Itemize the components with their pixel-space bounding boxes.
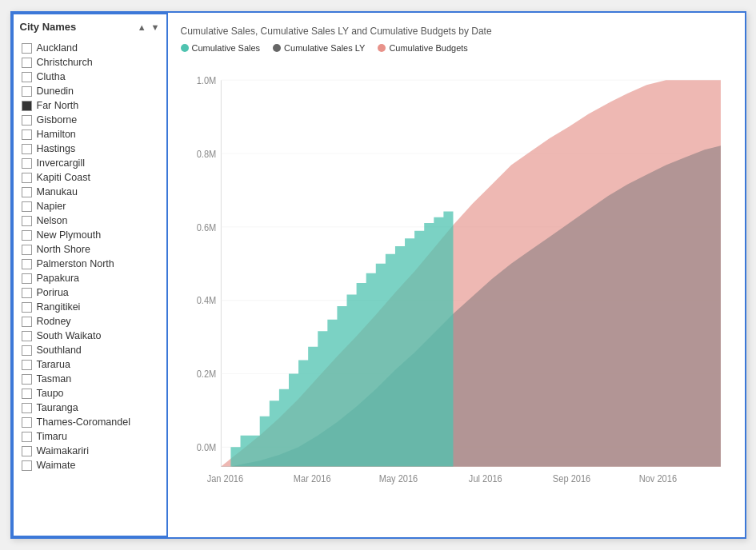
city-item[interactable]: Napier <box>20 199 162 213</box>
city-filter-panel: City Names ▲ ▼ AucklandChristchurchCluth… <box>12 13 168 537</box>
legend-item: Cumulative Sales <box>181 43 261 53</box>
city-item[interactable]: Far North <box>20 98 162 113</box>
city-label: Southland <box>37 345 82 356</box>
city-label: Auckland <box>37 42 78 54</box>
city-item[interactable]: Thames-Coromandel <box>20 415 162 429</box>
city-item[interactable]: Tasman <box>20 372 162 386</box>
city-label: Far North <box>37 100 79 111</box>
city-checkbox[interactable] <box>22 374 32 385</box>
city-checkbox[interactable] <box>22 158 32 169</box>
svg-marker-16 <box>221 212 453 467</box>
sort-desc-icon[interactable]: ▼ <box>150 22 162 32</box>
city-item[interactable]: Porirua <box>20 285 162 300</box>
main-container: City Names ▲ ▼ AucklandChristchurchCluth… <box>10 11 746 539</box>
sort-controls: ▲ ▼ <box>136 22 162 32</box>
city-checkbox[interactable] <box>22 173 32 183</box>
city-item[interactable]: Rodney <box>20 314 162 329</box>
city-checkbox[interactable] <box>22 130 32 140</box>
city-label: Tararua <box>37 359 70 370</box>
svg-text:Nov 2016: Nov 2016 <box>638 472 677 484</box>
city-item[interactable]: Nelson <box>20 213 162 228</box>
city-item[interactable]: Gisborne <box>20 113 162 127</box>
city-checkbox[interactable] <box>22 389 32 399</box>
city-label: Waimate <box>37 460 76 471</box>
city-checkbox[interactable] <box>22 288 32 298</box>
city-label: Hamilton <box>37 129 76 140</box>
city-item[interactable]: Tararua <box>20 357 162 372</box>
legend-item: Cumulative Sales LY <box>273 43 365 53</box>
svg-text:0.8M: 0.8M <box>196 148 216 160</box>
city-item[interactable]: South Waikato <box>20 329 162 343</box>
chart-panel: Cumulative Sales, Cumulative Sales LY an… <box>168 13 745 537</box>
city-item[interactable]: New Plymouth <box>20 228 162 242</box>
city-checkbox[interactable] <box>22 187 32 197</box>
city-label: Invercargill <box>37 157 85 169</box>
city-item[interactable]: Timaru <box>20 429 162 444</box>
city-item[interactable]: Hastings <box>20 141 162 156</box>
svg-text:May 2016: May 2016 <box>378 472 418 484</box>
city-checkbox[interactable] <box>22 101 32 111</box>
city-checkbox[interactable] <box>22 302 32 313</box>
legend-label: Cumulative Sales LY <box>284 43 365 53</box>
city-checkbox[interactable] <box>22 201 32 212</box>
city-item[interactable]: Manukau <box>20 185 162 199</box>
city-label: Tauranga <box>37 402 78 413</box>
city-checkbox[interactable] <box>22 43 32 54</box>
city-label: Hastings <box>37 143 76 154</box>
city-label: South Waikato <box>37 330 102 341</box>
city-checkbox[interactable] <box>22 417 32 428</box>
city-label: Taupo <box>37 388 64 399</box>
city-item[interactable]: Invercargill <box>20 156 162 170</box>
city-checkbox[interactable] <box>22 230 32 241</box>
city-item[interactable]: Waimate <box>20 458 162 472</box>
city-item[interactable]: Rangitikei <box>20 300 162 314</box>
city-checkbox[interactable] <box>22 360 32 370</box>
city-checkbox[interactable] <box>22 144 32 154</box>
city-checkbox[interactable] <box>22 58 32 68</box>
city-checkbox[interactable] <box>22 273 32 284</box>
city-checkbox[interactable] <box>22 446 32 456</box>
city-item[interactable]: Christchurch <box>20 55 162 70</box>
city-checkbox[interactable] <box>22 86 32 97</box>
city-item[interactable]: Taupo <box>20 386 162 401</box>
svg-text:Sep 2016: Sep 2016 <box>552 472 590 484</box>
city-checkbox[interactable] <box>22 259 32 269</box>
city-label: North Shore <box>37 244 90 255</box>
city-checkbox[interactable] <box>22 72 32 82</box>
city-list: AucklandChristchurchCluthaDunedinFar Nor… <box>20 41 162 529</box>
city-item[interactable]: Auckland <box>20 41 162 55</box>
city-item[interactable]: Kapiti Coast <box>20 170 162 185</box>
city-checkbox[interactable] <box>22 245 32 255</box>
city-item[interactable]: Hamilton <box>20 127 162 141</box>
city-checkbox[interactable] <box>22 331 32 341</box>
svg-text:Mar 2016: Mar 2016 <box>293 472 330 484</box>
svg-text:0.0M: 0.0M <box>196 441 216 453</box>
city-checkbox[interactable] <box>22 345 32 356</box>
city-item[interactable]: Tauranga <box>20 401 162 415</box>
city-label: Rangitikei <box>37 301 81 313</box>
sort-asc-icon[interactable]: ▲ <box>136 22 148 32</box>
city-checkbox[interactable] <box>22 115 32 126</box>
city-item[interactable]: Waimakariri <box>20 444 162 458</box>
svg-text:Jul 2016: Jul 2016 <box>468 472 502 484</box>
city-item[interactable]: Clutha <box>20 70 162 84</box>
city-label: Kapiti Coast <box>37 172 90 183</box>
city-label: New Plymouth <box>37 229 102 241</box>
city-checkbox[interactable] <box>22 216 32 226</box>
city-checkbox[interactable] <box>22 460 32 471</box>
city-item[interactable]: Dunedin <box>20 84 162 98</box>
svg-text:0.2M: 0.2M <box>196 368 216 380</box>
city-label: Manukau <box>37 186 78 197</box>
city-label: Dunedin <box>37 86 74 97</box>
city-checkbox[interactable] <box>22 317 32 327</box>
city-item[interactable]: Papakura <box>20 271 162 285</box>
city-label: Christchurch <box>37 57 93 68</box>
city-item[interactable]: North Shore <box>20 242 162 257</box>
svg-text:Jan 2016: Jan 2016 <box>206 472 243 484</box>
city-checkbox[interactable] <box>22 432 32 442</box>
city-checkbox[interactable] <box>22 403 32 413</box>
city-label: Papakura <box>37 273 80 284</box>
svg-text:0.6M: 0.6M <box>196 221 216 233</box>
city-item[interactable]: Southland <box>20 343 162 357</box>
city-item[interactable]: Palmerston North <box>20 257 162 271</box>
